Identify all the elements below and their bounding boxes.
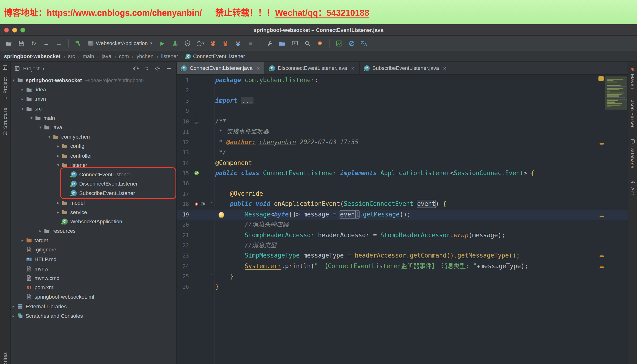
line-number[interactable]: 9 [176, 106, 189, 116]
breadcrumb-item-src[interactable]: src [68, 53, 75, 59]
line-number[interactable]: 26 [176, 282, 189, 292]
tree-chevron-icon[interactable]: ▸ [55, 154, 62, 158]
tree-item-main[interactable]: ▾main [10, 113, 176, 123]
code-line-15[interactable]: 15ˇpublic class ConnectEventListener imp… [176, 168, 628, 178]
tree-item-com.ybchen[interactable]: ▾com.ybchen [10, 132, 176, 142]
editor-tab-ConnectEventListener.java[interactable]: CConnectEventListener.java× [176, 62, 265, 74]
zoom-window-button[interactable] [20, 28, 25, 32]
tool-window-button-Maven[interactable]: mMaven [630, 66, 636, 90]
fold-down-icon[interactable]: ˇ [209, 116, 214, 127]
tree-item-config[interactable]: ▸config [10, 142, 176, 151]
code-line-16[interactable]: 16 [176, 178, 628, 189]
line-number[interactable]: 24 [176, 261, 189, 272]
profiler-alloc-icon[interactable] [220, 38, 231, 49]
code-line-25[interactable]: 25ˆ } [176, 272, 628, 282]
line-number[interactable]: 17 [176, 189, 189, 199]
back-icon[interactable]: ← [41, 38, 52, 49]
tree-item-DisconnectEventListener[interactable]: CDisconnectEventListener [10, 179, 176, 188]
tool-window-button-Ant[interactable]: Ant [630, 179, 636, 195]
tree-chevron-icon[interactable]: ▸ [55, 200, 62, 205]
spring-gutter-icon[interactable] [194, 170, 200, 176]
tree-item-springboot-websocket.iml[interactable]: springboot-websocket.iml [10, 292, 176, 302]
hide-panel-icon[interactable] [164, 64, 172, 72]
profiler-cpu-icon[interactable] [208, 38, 218, 49]
tree-chevron-icon[interactable]: ▸ [20, 97, 26, 101]
code-line-23[interactable]: 23 SimpMessageType messageType = headerA… [176, 251, 628, 261]
breadcrumb-item-java[interactable]: java [102, 53, 112, 59]
tree-item-ConnectEventListener[interactable]: CConnectEventListener [10, 170, 176, 179]
collapse-all-icon[interactable] [142, 64, 151, 72]
tree-item-target[interactable]: ▸target [10, 236, 176, 245]
tree-item-mvnw.cmd[interactable]: mvnw.cmd [10, 273, 176, 283]
monitor-chart-icon[interactable] [334, 38, 344, 49]
sync-icon[interactable]: ↻ [28, 38, 39, 49]
close-window-button[interactable] [4, 28, 9, 32]
tree-item-HELP.md[interactable]: HELP.md [10, 254, 176, 264]
tool-window-button-Json Parser[interactable]: Json Parser [630, 100, 635, 128]
tree-item-listener[interactable]: ▾listener [10, 160, 176, 170]
tree-item-Scratches and Consoles[interactable]: ▸Scratches and Consoles [10, 311, 176, 320]
run-button[interactable]: ▶ [157, 38, 168, 49]
breadcrumb-item-springboot-websocket[interactable]: springboot-websocket [4, 53, 60, 59]
wrench-icon[interactable] [264, 38, 275, 49]
run-with-coverage-button[interactable] [182, 38, 193, 49]
line-number[interactable]: 3 [176, 96, 189, 106]
build-hammer-icon[interactable] [73, 38, 83, 49]
tab-close-icon[interactable]: × [443, 65, 446, 71]
tree-chevron-icon[interactable]: ▸ [55, 210, 62, 214]
breadcrumb-item-ConnectEventListener[interactable]: CConnectEventListener [186, 53, 245, 59]
breadcrumb-item-main[interactable]: main [83, 53, 94, 59]
code-line-2[interactable]: 2 [176, 86, 628, 96]
code-line-17[interactable]: 17 @Override [176, 189, 628, 199]
code-line-12[interactable]: 12 * @author: chenyanbin 2022-07-03 17:3… [176, 137, 628, 148]
breadcrumb-item-ybchen[interactable]: ybchen [136, 53, 154, 59]
tree-chevron-icon[interactable]: ▸ [10, 304, 17, 308]
tab-close-icon[interactable]: × [351, 65, 354, 71]
line-number[interactable]: 2 [176, 86, 189, 96]
tree-chevron-icon[interactable]: ▸ [37, 229, 44, 233]
tree-item-SubscribeEventListener[interactable]: CSubscribeEventListener [10, 188, 176, 198]
tree-chevron-icon[interactable]: ▾ [28, 116, 34, 120]
tree-chevron-icon[interactable]: ▾ [10, 78, 17, 82]
code-line-22[interactable]: 22 //消息类型 [176, 240, 628, 251]
line-number[interactable]: 14 [176, 158, 189, 168]
tool-window-button-Database[interactable]: Database [630, 138, 636, 168]
forward-icon[interactable]: → [54, 38, 64, 49]
tree-item-.gitignore[interactable]: .gitignore [10, 245, 176, 254]
line-number[interactable]: 16 [176, 178, 189, 189]
code-line-3[interactable]: 3import ... [176, 96, 628, 106]
error-stripe-mark[interactable] [600, 266, 604, 268]
line-number[interactable]: 21 [176, 230, 189, 240]
line-number[interactable]: 10 [176, 116, 189, 127]
tree-item-service[interactable]: ▸service [10, 208, 176, 217]
profiler-button[interactable]: ▾ [195, 38, 206, 49]
tree-chevron-icon[interactable]: ▸ [20, 238, 26, 243]
gear-icon[interactable] [154, 64, 162, 72]
save-all-icon[interactable] [16, 38, 26, 49]
tree-chevron-icon[interactable]: ▸ [20, 87, 26, 92]
error-stripe-mark[interactable] [600, 216, 604, 217]
open-icon[interactable] [3, 38, 14, 49]
doclist-gutter-icon[interactable] [194, 118, 200, 125]
tree-chevron-icon[interactable]: ▸ [55, 144, 62, 148]
chevron-down-icon[interactable]: ▾ [42, 66, 44, 70]
line-number[interactable]: 12 [176, 137, 189, 148]
code-line-10[interactable]: 10ˇ/** [176, 116, 628, 127]
tree-item-mvnw[interactable]: mvnw [10, 264, 176, 273]
tool-window-button-Z: Structure[interactable]: Z: Structure [2, 108, 8, 136]
inspections-widget[interactable] [598, 76, 604, 81]
code-line-20[interactable]: 20 //消息头响应器 [176, 220, 628, 230]
tree-item-controller[interactable]: ▸controller [10, 151, 176, 160]
code-line-13[interactable]: 13ˆ */ [176, 148, 628, 158]
error-stripe-mark[interactable] [600, 256, 604, 257]
code-line-26[interactable]: 26} [176, 282, 628, 292]
tree-item-java[interactable]: ▾java [10, 123, 176, 132]
tree-item-resources[interactable]: ▸resources [10, 226, 176, 236]
code-line-11[interactable]: 11 * 连接事件监听器 [176, 127, 628, 137]
run-anything-icon[interactable] [290, 38, 300, 49]
plugin-icon[interactable] [315, 38, 325, 49]
tree-item-pom.xml[interactable]: mpom.xml [10, 283, 176, 292]
tree-item-model[interactable]: ▸model [10, 198, 176, 208]
tree-item-External Libraries[interactable]: ▸External Libraries [10, 302, 176, 311]
code-editor[interactable]: 1package com.ybchen.listener;23import ..… [176, 75, 628, 364]
